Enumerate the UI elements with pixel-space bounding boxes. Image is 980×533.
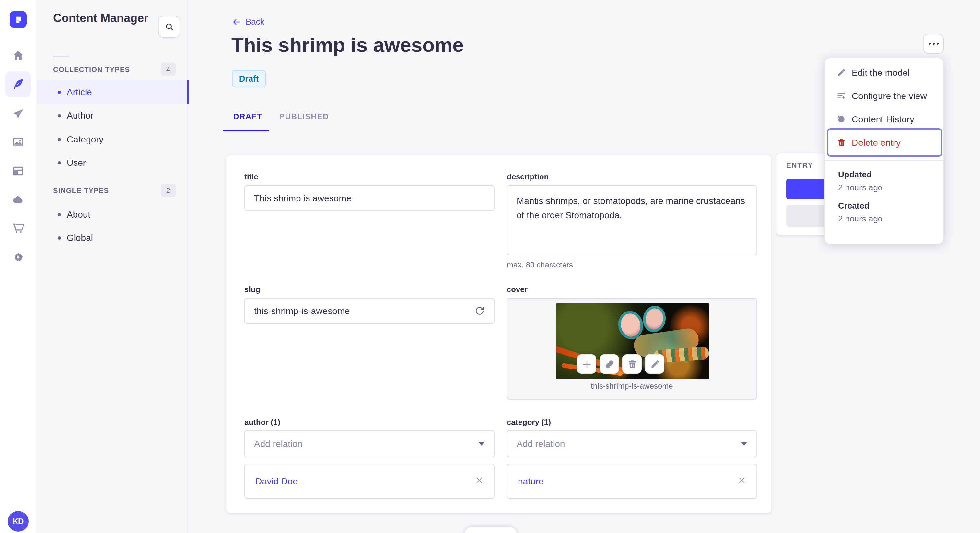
bullet-icon: [58, 114, 61, 117]
subnav-divider: [53, 56, 69, 57]
close-icon: [475, 476, 484, 484]
images-icon: [12, 135, 25, 148]
remove-author-relation-button[interactable]: [475, 475, 484, 487]
subnav-search-button[interactable]: [158, 16, 180, 38]
title-field-label: title: [244, 172, 258, 181]
nav-home-button[interactable]: [5, 43, 31, 69]
link-icon: [605, 359, 614, 369]
created-label: Created: [838, 201, 870, 211]
sidebar-item-label: Global: [67, 233, 93, 243]
category-select-placeholder: Add relation: [517, 438, 565, 449]
cover-actions: [577, 354, 664, 374]
sidebar-item-article[interactable]: Article: [37, 80, 189, 104]
category-relation-link[interactable]: nature: [518, 476, 544, 486]
cloud-icon: [12, 193, 25, 206]
category-relation-item: nature: [507, 464, 757, 499]
category-relation-select[interactable]: Add relation: [507, 430, 757, 457]
back-link[interactable]: Back: [232, 17, 264, 27]
menu-item-content-history[interactable]: Content History: [825, 108, 944, 131]
author-field-label: author (1): [244, 418, 280, 427]
remove-category-relation-button[interactable]: [738, 475, 746, 487]
description-hint: max. 80 characters: [507, 260, 573, 270]
menu-item-label: Edit the model: [852, 67, 910, 78]
delete-entry-focus-ring: [827, 128, 942, 157]
sidebar-item-label: About: [67, 209, 91, 219]
configure-list-icon: [837, 91, 846, 100]
menu-divider: [825, 160, 943, 160]
cover-copy-link-button[interactable]: [600, 354, 619, 374]
collection-types-count-badge: 4: [161, 63, 176, 76]
more-actions-menu: Edit the model Configure the view Conten…: [824, 58, 944, 244]
menu-item-label: Content History: [852, 114, 914, 124]
description-field-label: description: [507, 172, 549, 181]
cover-field: this-shrimp-is-awesome: [507, 298, 757, 400]
nav-marketplace-button[interactable]: [5, 215, 31, 241]
paper-plane-icon: [12, 108, 25, 121]
sidebar-item-global[interactable]: Global: [37, 226, 187, 249]
trash-icon: [627, 359, 637, 369]
entry-panel-title: ENTRY: [786, 161, 813, 169]
nav-media-library-button[interactable]: [5, 129, 31, 155]
back-label: Back: [246, 17, 264, 27]
slug-field-label: slug: [244, 285, 260, 294]
strapi-logo[interactable]: [10, 11, 27, 28]
tab-published[interactable]: PUBLISHED: [279, 112, 329, 121]
more-actions-button[interactable]: [923, 34, 944, 54]
plus-icon: [582, 359, 592, 369]
author-select-placeholder: Add relation: [254, 438, 302, 449]
slug-input[interactable]: [244, 298, 495, 324]
sidebar-item-label: Category: [67, 134, 104, 144]
updated-value: 2 hours ago: [838, 182, 883, 192]
sidebar-item-user[interactable]: User: [37, 151, 187, 174]
gear-icon: [12, 251, 25, 263]
bullet-icon: [58, 161, 61, 164]
bullet-icon: [58, 236, 61, 239]
subnav-title: Content Manager: [53, 12, 148, 25]
chevron-down-icon: [741, 442, 747, 446]
cover-caption: this-shrimp-is-awesome: [508, 381, 756, 390]
cart-icon: [12, 222, 25, 235]
sidebar-item-about[interactable]: About: [37, 203, 187, 226]
sidebar-item-label: Article: [67, 87, 92, 97]
pencil-icon: [650, 359, 660, 369]
chevron-down-icon: [478, 442, 485, 446]
nav-cloud-button[interactable]: [5, 187, 31, 213]
edit-form-card: title description Mantis shrimps, or sto…: [226, 155, 771, 513]
cover-add-button[interactable]: [577, 354, 596, 374]
tab-draft[interactable]: DRAFT: [233, 112, 262, 121]
floating-widget-pill[interactable]: [464, 527, 517, 533]
title-input[interactable]: [244, 185, 495, 211]
cover-delete-button[interactable]: [622, 354, 642, 374]
updated-label: Updated: [838, 170, 872, 179]
author-relation-link[interactable]: David Doe: [255, 476, 298, 486]
strapi-admin: KD Content Manager COLLECTION TYPES 4 Ar…: [0, 0, 980, 533]
section-collection-types: COLLECTION TYPES: [53, 65, 130, 73]
active-tab-underline: [223, 130, 269, 132]
layout-icon: [12, 165, 25, 178]
description-textarea[interactable]: Mantis shrimps, or stomatopods, are mari…: [507, 185, 757, 255]
author-relation-select[interactable]: Add relation: [244, 430, 495, 457]
created-value: 2 hours ago: [838, 214, 883, 224]
feather-icon: [12, 78, 25, 90]
sidebar-item-author[interactable]: Author: [37, 104, 187, 127]
user-avatar[interactable]: KD: [8, 511, 29, 532]
cover-edit-button[interactable]: [645, 354, 664, 374]
category-field-label: category (1): [507, 418, 551, 427]
nav-content-type-builder-button[interactable]: [5, 158, 31, 184]
nav-content-manager-button[interactable]: [5, 71, 31, 97]
sidebar-item-category[interactable]: Category: [37, 128, 187, 151]
shrimp-eye: [641, 304, 668, 334]
page-title: This shrimp is awesome: [231, 34, 464, 57]
nav-settings-button[interactable]: [5, 244, 31, 270]
menu-item-label: Configure the view: [852, 90, 927, 101]
regenerate-slug-button[interactable]: [474, 306, 485, 319]
search-icon: [164, 22, 174, 32]
history-clock-icon: [837, 115, 846, 124]
menu-item-edit-model[interactable]: Edit the model: [825, 61, 944, 84]
menu-item-configure-view[interactable]: Configure the view: [825, 84, 944, 108]
refresh-icon: [474, 306, 485, 316]
nav-releases-button[interactable]: [5, 101, 31, 127]
back-arrow-icon: [232, 17, 241, 26]
strapi-logo-icon: [14, 15, 23, 24]
bullet-icon: [58, 138, 61, 141]
